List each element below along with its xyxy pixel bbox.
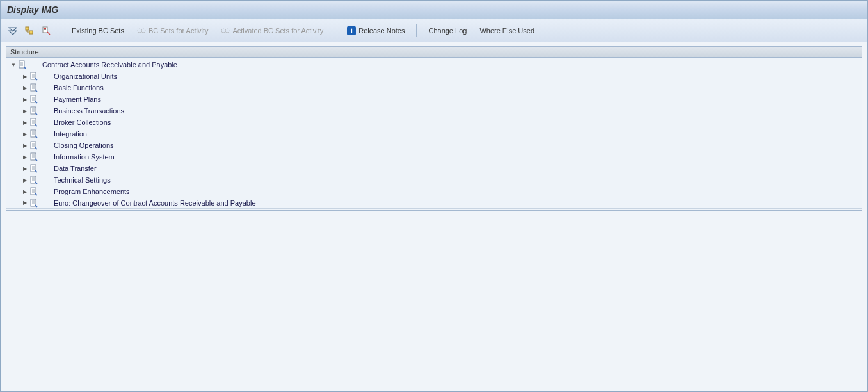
document-icon[interactable]: [29, 176, 38, 184]
find-icon[interactable]: [39, 24, 53, 38]
tree-node-label: Broker Collections: [52, 118, 111, 126]
tree-node-label: Information System: [52, 153, 115, 161]
tree-node[interactable]: ▶ Information System: [6, 151, 862, 163]
expand-icon[interactable]: ▶: [22, 154, 28, 160]
svg-point-6: [141, 29, 145, 33]
tree-node-label: Euro: Changeover of Contract Accounts Re…: [52, 199, 256, 207]
expand-icon[interactable]: ▶: [22, 119, 28, 126]
svg-rect-4: [44, 29, 46, 30]
svg-rect-1: [29, 31, 33, 34]
tree-node-label: Organizational Units: [52, 72, 117, 80]
tree-node[interactable]: ▶ Data Transfer: [6, 163, 862, 174]
tree-node-label: Business Transactions: [52, 107, 124, 115]
tree-root-label: Contract Accounts Receivable and Payable: [41, 61, 177, 69]
tree-node[interactable]: ▶ Business Transactions: [6, 105, 862, 117]
expand-icon[interactable]: ▶: [22, 73, 28, 79]
activated-bc-sets-label: Activated BC Sets for Activity: [232, 27, 323, 35]
expand-icon[interactable]: ▶: [22, 188, 28, 195]
where-else-used-label: Where Else Used: [479, 27, 534, 35]
document-icon[interactable]: [29, 187, 38, 196]
title-bar: Display IMG: [1, 1, 867, 19]
svg-point-5: [138, 29, 141, 33]
toolbar-separator: [335, 24, 335, 37]
document-icon[interactable]: [29, 129, 38, 138]
tree-node[interactable]: ▶ Program Enhancements: [6, 186, 862, 197]
glasses-icon: [137, 28, 146, 34]
tree-node-label: Basic Functions: [52, 84, 104, 92]
info-icon: i: [347, 26, 356, 35]
tree-node[interactable]: ▶ Basic Functions: [6, 82, 862, 94]
tree-root-node[interactable]: ▼ Contract Accounts Receivable and Payab…: [6, 59, 862, 70]
menu-dropdown-icon[interactable]: [6, 24, 20, 38]
svg-rect-0: [26, 27, 29, 30]
existing-bc-sets-button[interactable]: Existing BC Sets: [67, 24, 129, 37]
expand-icon[interactable]: ▶: [22, 108, 28, 114]
expand-icon[interactable]: ▶: [22, 96, 28, 102]
toolbar-separator: [416, 24, 417, 37]
document-icon[interactable]: [29, 152, 38, 161]
bc-sets-for-activity-label: BC Sets for Activity: [149, 27, 209, 35]
tree-node-label: Technical Settings: [52, 176, 111, 184]
svg-rect-3: [44, 28, 46, 29]
glasses-icon: [221, 28, 230, 34]
tree-node[interactable]: ▶ Technical Settings: [6, 174, 862, 186]
tree-node-label: Program Enhancements: [52, 188, 130, 195]
document-icon[interactable]: [29, 83, 38, 92]
tree-node[interactable]: ▶ Payment Plans: [6, 94, 862, 105]
document-icon[interactable]: [29, 141, 38, 150]
where-else-used-button[interactable]: Where Else Used: [474, 24, 540, 37]
tree-node[interactable]: ▶ Broker Collections: [6, 117, 862, 128]
bc-sets-for-activity-button: BC Sets for Activity: [132, 24, 214, 37]
expand-icon[interactable]: ▶: [22, 200, 28, 206]
img-tree: ▼ Contract Accounts Receivable and Payab…: [6, 58, 862, 211]
document-icon[interactable]: [29, 199, 38, 208]
tree-node[interactable]: ▶ Closing Operations: [6, 140, 862, 151]
tree-node[interactable]: ▶ Integration: [6, 128, 862, 140]
expand-icon[interactable]: ▶: [22, 131, 28, 137]
document-icon[interactable]: [29, 95, 38, 104]
svg-point-8: [225, 29, 229, 33]
release-notes-label: Release Notes: [358, 27, 405, 35]
release-notes-button[interactable]: i Release Notes: [342, 24, 410, 38]
toolbar-separator: [60, 24, 60, 37]
expand-icon[interactable]: ▶: [22, 85, 28, 91]
tree-node-label: Data Transfer: [52, 165, 97, 172]
tree-node[interactable]: ▶ Euro: Changeover of Contract Accounts …: [6, 197, 862, 209]
collapse-icon[interactable]: ▼: [10, 61, 17, 68]
existing-bc-sets-label: Existing BC Sets: [72, 27, 124, 35]
content-area: Structure ▼ Contract Accounts Receivable…: [1, 42, 867, 391]
document-icon[interactable]: [29, 72, 38, 81]
document-icon[interactable]: [29, 118, 38, 127]
tree-node-label: Payment Plans: [52, 95, 101, 103]
activated-bc-sets-button: Activated BC Sets for Activity: [216, 24, 328, 37]
tree-node-label: Closing Operations: [52, 142, 114, 149]
structure-header-label: Structure: [10, 48, 39, 56]
page-title: Display IMG: [7, 4, 58, 15]
tree-node-label: Integration: [52, 130, 87, 138]
document-icon[interactable]: [29, 164, 38, 173]
toolbar: Existing BC Sets BC Sets for Activity Ac…: [1, 19, 867, 42]
document-icon[interactable]: [29, 106, 38, 115]
svg-point-7: [221, 29, 225, 33]
expand-icon[interactable]: ▶: [22, 142, 28, 149]
change-log-button[interactable]: Change Log: [423, 24, 472, 37]
structure-column-header[interactable]: Structure: [6, 46, 862, 58]
tree-node[interactable]: ▶ Organizational Units: [6, 70, 862, 82]
app-window: Display IMG Existing BC: [0, 0, 868, 392]
change-log-label: Change Log: [428, 27, 467, 35]
expand-tree-icon[interactable]: [22, 24, 36, 38]
document-icon[interactable]: [18, 60, 27, 69]
expand-icon[interactable]: ▶: [22, 177, 28, 183]
expand-icon[interactable]: ▶: [22, 165, 28, 172]
